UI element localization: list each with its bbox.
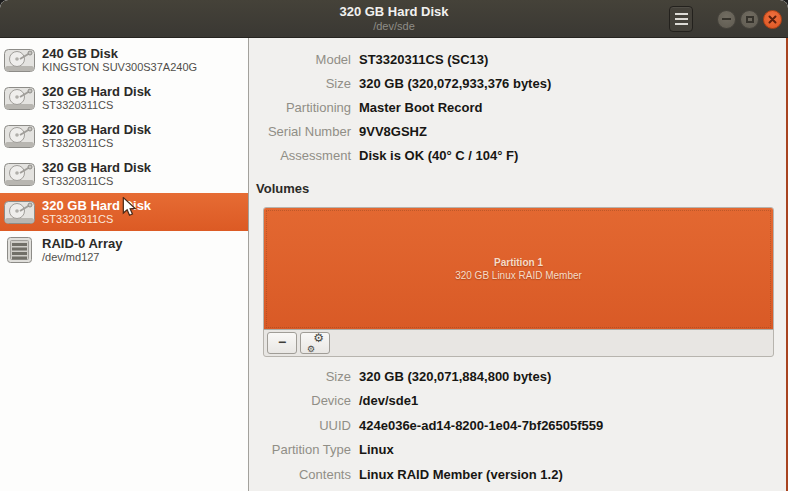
- sidebar-item-320gb-disk-3[interactable]: 320 GB Hard Disk ST3320311CS: [0, 155, 248, 193]
- delete-partition-button[interactable]: −: [267, 332, 297, 354]
- sidebar-item-320gb-disk-4-selected[interactable]: 320 GB Hard Disk ST3320311CS: [0, 193, 248, 231]
- minimize-icon: [722, 18, 731, 20]
- hard-disk-icon: [4, 198, 36, 226]
- partition-info-table: Size 320 GB (320,071,884,800 bytes) Devi…: [249, 364, 788, 487]
- sidebar-item-title: 320 GB Hard Disk: [42, 85, 151, 98]
- info-row-contents: Contents Linux RAID Member (version 1.2): [249, 462, 788, 487]
- device-sidebar: 240 GB Disk KINGSTON SUV300S37A240G: [0, 38, 249, 491]
- info-label: Partition Type: [249, 442, 351, 457]
- gears-icon: ⚙ ⚙: [307, 335, 323, 351]
- sidebar-item-title: 320 GB Hard Disk: [42, 161, 151, 174]
- sidebar-item-240gb-disk[interactable]: 240 GB Disk KINGSTON SUV300S37A240G: [0, 41, 248, 79]
- close-button[interactable]: [763, 10, 782, 29]
- info-value: Disk is OK (40° C / 104° F): [359, 148, 518, 163]
- window-title-group: 320 GB Hard Disk /dev/sde: [339, 5, 448, 32]
- volumes-widget: Partition 1 320 GB Linux RAID Member − ⚙…: [263, 207, 774, 357]
- info-value: Linux RAID Member (version 1.2): [359, 467, 563, 482]
- info-value: Linux: [359, 442, 394, 457]
- partition-name: Partition 1: [494, 257, 543, 268]
- window-title: 320 GB Hard Disk: [339, 5, 448, 18]
- info-row-assessment: Assessment Disk is OK (40° C / 104° F): [249, 143, 788, 167]
- info-row-partitioning: Partitioning Master Boot Record: [249, 95, 788, 119]
- info-value: 320 GB (320,072,933,376 bytes): [359, 76, 551, 91]
- info-label: Model: [249, 52, 351, 67]
- hard-disk-icon: [4, 160, 36, 188]
- info-label: Size: [249, 369, 351, 384]
- info-row-size: Size 320 GB (320,072,933,376 bytes): [249, 71, 788, 95]
- info-row-partition-type: Partition Type Linux: [249, 438, 788, 463]
- info-value: 424e036e-ad14-8200-1e04-7bf26505f559: [359, 418, 603, 433]
- info-row-serial-number: Serial Number 9VV8GSHZ: [249, 119, 788, 143]
- partition-options-button[interactable]: ⚙ ⚙: [300, 332, 330, 354]
- disk-info-table: Model ST3320311CS (SC13) Size 320 GB (32…: [249, 38, 788, 167]
- main-area: 240 GB Disk KINGSTON SUV300S37A240G: [0, 38, 788, 491]
- info-row-partition-size: Size 320 GB (320,071,884,800 bytes): [249, 364, 788, 389]
- sidebar-item-raid-array[interactable]: RAID-0 Array /dev/md127: [0, 231, 248, 269]
- sidebar-item-subtitle: /dev/md127: [42, 252, 122, 263]
- info-label: Size: [249, 76, 351, 91]
- volume-toolbar: − ⚙ ⚙: [264, 330, 773, 356]
- info-label: Contents: [249, 467, 351, 482]
- info-row-model: Model ST3320311CS (SC13): [249, 47, 788, 71]
- hamburger-menu-button[interactable]: [669, 6, 693, 32]
- info-value: Master Boot Record: [359, 100, 483, 115]
- headerbar: 320 GB Hard Disk /dev/sde: [0, 0, 788, 38]
- sidebar-item-320gb-disk-2[interactable]: 320 GB Hard Disk ST3320311CS: [0, 117, 248, 155]
- hamburger-menu-icon: [675, 13, 688, 15]
- sidebar-item-title: 320 GB Hard Disk: [42, 123, 151, 136]
- window-subtitle: /dev/sde: [339, 21, 448, 32]
- info-value: 9VV8GSHZ: [359, 124, 427, 139]
- sidebar-item-320gb-disk-1[interactable]: 320 GB Hard Disk ST3320311CS: [0, 79, 248, 117]
- sidebar-item-title: 320 GB Hard Disk: [42, 199, 151, 212]
- info-label: Serial Number: [249, 124, 351, 139]
- volumes-section-header: Volumes: [256, 181, 788, 197]
- header-controls: [669, 0, 782, 38]
- partition-1-volume[interactable]: Partition 1 320 GB Linux RAID Member: [264, 208, 773, 330]
- disk-details-panel: Model ST3320311CS (SC13) Size 320 GB (32…: [249, 38, 788, 491]
- window-buttons: [717, 10, 782, 29]
- info-value: ST3320311CS (SC13): [359, 52, 488, 67]
- sidebar-item-subtitle: ST3320311CS: [42, 100, 151, 111]
- hard-disk-icon: [4, 46, 36, 74]
- gnome-disks-window: 320 GB Hard Disk /dev/sde: [0, 0, 788, 491]
- raid-array-icon: [4, 236, 36, 264]
- minimize-button[interactable]: [717, 10, 736, 29]
- sidebar-item-title: 240 GB Disk: [42, 47, 197, 60]
- close-icon: [768, 15, 777, 24]
- info-label: Partitioning: [249, 100, 351, 115]
- minus-icon: −: [278, 335, 286, 349]
- info-label: UUID: [249, 418, 351, 433]
- sidebar-item-subtitle: KINGSTON SUV300S37A240G: [42, 62, 197, 73]
- sidebar-item-title: RAID-0 Array: [42, 237, 122, 250]
- partition-description: 320 GB Linux RAID Member: [455, 270, 582, 281]
- hard-disk-icon: [4, 84, 36, 112]
- maximize-icon: [746, 16, 754, 23]
- maximize-button[interactable]: [740, 10, 759, 29]
- sidebar-item-subtitle: ST3320311CS: [42, 176, 151, 187]
- sidebar-item-subtitle: ST3320311CS: [42, 138, 151, 149]
- info-value: /dev/sde1: [359, 393, 418, 408]
- info-label: Assessment: [249, 148, 351, 163]
- info-value: 320 GB (320,071,884,800 bytes): [359, 369, 551, 384]
- info-row-uuid: UUID 424e036e-ad14-8200-1e04-7bf26505f55…: [249, 413, 788, 438]
- info-row-device: Device /dev/sde1: [249, 389, 788, 414]
- hard-disk-icon: [4, 122, 36, 150]
- info-label: Device: [249, 393, 351, 408]
- sidebar-item-subtitle: ST3320311CS: [42, 214, 151, 225]
